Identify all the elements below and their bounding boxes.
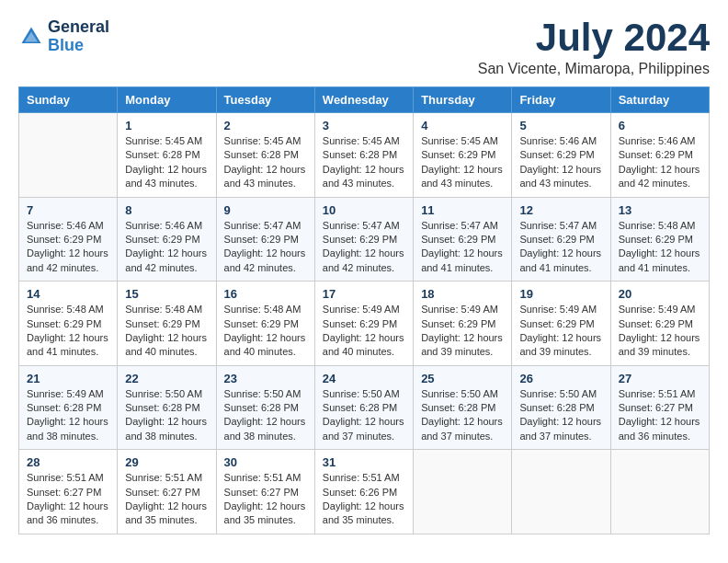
day-detail: Sunrise: 5:50 AM Sunset: 6:28 PM Dayligh… bbox=[421, 387, 504, 444]
day-detail: Sunrise: 5:47 AM Sunset: 6:29 PM Dayligh… bbox=[323, 219, 405, 276]
day-number: 24 bbox=[323, 372, 405, 385]
day-detail: Sunrise: 5:49 AM Sunset: 6:29 PM Dayligh… bbox=[323, 303, 405, 360]
calendar-cell bbox=[610, 450, 709, 534]
calendar-week-row: 28Sunrise: 5:51 AM Sunset: 6:27 PM Dayli… bbox=[19, 450, 710, 534]
calendar-cell: 2Sunrise: 5:45 AM Sunset: 6:28 PM Daylig… bbox=[216, 113, 314, 198]
calendar-week-row: 1Sunrise: 5:45 AM Sunset: 6:28 PM Daylig… bbox=[19, 113, 710, 198]
calendar-cell: 10Sunrise: 5:47 AM Sunset: 6:29 PM Dayli… bbox=[314, 197, 413, 282]
day-number: 23 bbox=[224, 372, 307, 385]
day-detail: Sunrise: 5:46 AM Sunset: 6:29 PM Dayligh… bbox=[519, 134, 602, 191]
calendar-cell: 7Sunrise: 5:46 AM Sunset: 6:29 PM Daylig… bbox=[19, 197, 118, 282]
day-header-wednesday: Wednesday bbox=[314, 87, 413, 113]
calendar-cell bbox=[19, 113, 118, 198]
day-detail: Sunrise: 5:50 AM Sunset: 6:28 PM Dayligh… bbox=[224, 387, 307, 444]
day-header-tuesday: Tuesday bbox=[216, 87, 314, 113]
calendar-cell bbox=[414, 450, 512, 534]
calendar-cell: 1Sunrise: 5:45 AM Sunset: 6:28 PM Daylig… bbox=[118, 113, 216, 198]
day-number: 13 bbox=[619, 203, 701, 217]
calendar-cell: 12Sunrise: 5:47 AM Sunset: 6:29 PM Dayli… bbox=[512, 197, 610, 282]
calendar-week-row: 14Sunrise: 5:48 AM Sunset: 6:29 PM Dayli… bbox=[19, 282, 710, 366]
calendar-cell: 13Sunrise: 5:48 AM Sunset: 6:29 PM Dayli… bbox=[610, 197, 709, 282]
calendar-cell: 5Sunrise: 5:46 AM Sunset: 6:29 PM Daylig… bbox=[512, 113, 610, 198]
day-detail: Sunrise: 5:49 AM Sunset: 6:28 PM Dayligh… bbox=[27, 387, 109, 444]
calendar-cell: 11Sunrise: 5:47 AM Sunset: 6:29 PM Dayli… bbox=[414, 197, 512, 282]
day-number: 16 bbox=[224, 287, 307, 301]
day-number: 26 bbox=[519, 372, 602, 385]
day-number: 20 bbox=[619, 287, 701, 301]
calendar-cell: 29Sunrise: 5:51 AM Sunset: 6:27 PM Dayli… bbox=[118, 450, 216, 534]
day-detail: Sunrise: 5:49 AM Sunset: 6:29 PM Dayligh… bbox=[619, 303, 701, 360]
day-detail: Sunrise: 5:47 AM Sunset: 6:29 PM Dayligh… bbox=[519, 219, 602, 276]
calendar-cell: 26Sunrise: 5:50 AM Sunset: 6:28 PM Dayli… bbox=[512, 365, 610, 450]
day-detail: Sunrise: 5:45 AM Sunset: 6:28 PM Dayligh… bbox=[323, 134, 405, 191]
day-number: 28 bbox=[27, 455, 109, 469]
day-number: 2 bbox=[224, 119, 307, 132]
day-header-saturday: Saturday bbox=[610, 87, 709, 113]
day-detail: Sunrise: 5:48 AM Sunset: 6:29 PM Dayligh… bbox=[27, 303, 109, 360]
day-number: 6 bbox=[619, 119, 701, 132]
day-number: 17 bbox=[323, 287, 405, 301]
day-number: 4 bbox=[421, 119, 504, 132]
day-detail: Sunrise: 5:46 AM Sunset: 6:29 PM Dayligh… bbox=[27, 219, 109, 276]
day-detail: Sunrise: 5:45 AM Sunset: 6:29 PM Dayligh… bbox=[421, 134, 504, 191]
calendar-cell: 15Sunrise: 5:48 AM Sunset: 6:29 PM Dayli… bbox=[118, 282, 216, 366]
day-detail: Sunrise: 5:45 AM Sunset: 6:28 PM Dayligh… bbox=[125, 134, 208, 191]
day-number: 22 bbox=[125, 372, 208, 385]
day-detail: Sunrise: 5:47 AM Sunset: 6:29 PM Dayligh… bbox=[421, 219, 504, 276]
day-number: 30 bbox=[224, 455, 307, 469]
day-detail: Sunrise: 5:51 AM Sunset: 6:26 PM Dayligh… bbox=[323, 471, 405, 528]
day-header-monday: Monday bbox=[118, 87, 216, 113]
calendar-cell: 6Sunrise: 5:46 AM Sunset: 6:29 PM Daylig… bbox=[610, 113, 709, 198]
logo: General Blue bbox=[18, 18, 109, 55]
calendar-cell: 4Sunrise: 5:45 AM Sunset: 6:29 PM Daylig… bbox=[414, 113, 512, 198]
day-number: 31 bbox=[323, 455, 405, 469]
day-number: 5 bbox=[519, 119, 602, 132]
calendar-cell: 22Sunrise: 5:50 AM Sunset: 6:28 PM Dayli… bbox=[118, 365, 216, 450]
calendar-cell: 14Sunrise: 5:48 AM Sunset: 6:29 PM Dayli… bbox=[19, 282, 118, 366]
day-detail: Sunrise: 5:50 AM Sunset: 6:28 PM Dayligh… bbox=[125, 387, 208, 444]
calendar-cell: 9Sunrise: 5:47 AM Sunset: 6:29 PM Daylig… bbox=[216, 197, 314, 282]
day-number: 15 bbox=[125, 287, 208, 301]
day-number: 10 bbox=[323, 203, 405, 217]
day-number: 1 bbox=[125, 119, 208, 132]
day-detail: Sunrise: 5:49 AM Sunset: 6:29 PM Dayligh… bbox=[421, 303, 504, 360]
calendar-cell bbox=[512, 450, 610, 534]
logo-text: General Blue bbox=[48, 18, 109, 55]
day-detail: Sunrise: 5:51 AM Sunset: 6:27 PM Dayligh… bbox=[224, 471, 307, 528]
day-number: 7 bbox=[27, 203, 109, 217]
day-detail: Sunrise: 5:48 AM Sunset: 6:29 PM Dayligh… bbox=[125, 303, 208, 360]
day-detail: Sunrise: 5:48 AM Sunset: 6:29 PM Dayligh… bbox=[619, 219, 701, 276]
calendar-cell: 17Sunrise: 5:49 AM Sunset: 6:29 PM Dayli… bbox=[314, 282, 413, 366]
day-header-friday: Friday bbox=[512, 87, 610, 113]
header: General Blue July 2024 San Vicente, Mima… bbox=[18, 18, 710, 77]
calendar-cell: 3Sunrise: 5:45 AM Sunset: 6:28 PM Daylig… bbox=[314, 113, 413, 198]
calendar-cell: 19Sunrise: 5:49 AM Sunset: 6:29 PM Dayli… bbox=[512, 282, 610, 366]
calendar-cell: 21Sunrise: 5:49 AM Sunset: 6:28 PM Dayli… bbox=[19, 365, 118, 450]
calendar-cell: 27Sunrise: 5:51 AM Sunset: 6:27 PM Dayli… bbox=[610, 365, 709, 450]
calendar-week-row: 21Sunrise: 5:49 AM Sunset: 6:28 PM Dayli… bbox=[19, 365, 710, 450]
calendar-cell: 16Sunrise: 5:48 AM Sunset: 6:29 PM Dayli… bbox=[216, 282, 314, 366]
calendar-cell: 28Sunrise: 5:51 AM Sunset: 6:27 PM Dayli… bbox=[19, 450, 118, 534]
logo-general-text: General bbox=[48, 18, 109, 37]
day-number: 9 bbox=[224, 203, 307, 217]
day-number: 21 bbox=[27, 372, 109, 385]
calendar-cell: 24Sunrise: 5:50 AM Sunset: 6:28 PM Dayli… bbox=[314, 365, 413, 450]
day-detail: Sunrise: 5:48 AM Sunset: 6:29 PM Dayligh… bbox=[224, 303, 307, 360]
day-detail: Sunrise: 5:49 AM Sunset: 6:29 PM Dayligh… bbox=[519, 303, 602, 360]
day-detail: Sunrise: 5:51 AM Sunset: 6:27 PM Dayligh… bbox=[27, 471, 109, 528]
day-number: 11 bbox=[421, 203, 504, 217]
day-detail: Sunrise: 5:46 AM Sunset: 6:29 PM Dayligh… bbox=[125, 219, 208, 276]
day-detail: Sunrise: 5:51 AM Sunset: 6:27 PM Dayligh… bbox=[619, 387, 701, 444]
day-number: 8 bbox=[125, 203, 208, 217]
logo-blue-text: Blue bbox=[48, 37, 109, 55]
day-detail: Sunrise: 5:47 AM Sunset: 6:29 PM Dayligh… bbox=[224, 219, 307, 276]
subtitle: San Vicente, Mimaropa, Philippines bbox=[478, 61, 710, 77]
calendar-cell: 18Sunrise: 5:49 AM Sunset: 6:29 PM Dayli… bbox=[414, 282, 512, 366]
day-detail: Sunrise: 5:46 AM Sunset: 6:29 PM Dayligh… bbox=[619, 134, 701, 191]
calendar-cell: 8Sunrise: 5:46 AM Sunset: 6:29 PM Daylig… bbox=[118, 197, 216, 282]
title-section: July 2024 San Vicente, Mimaropa, Philipp… bbox=[478, 18, 710, 77]
calendar-cell: 31Sunrise: 5:51 AM Sunset: 6:26 PM Dayli… bbox=[314, 450, 413, 534]
day-detail: Sunrise: 5:50 AM Sunset: 6:28 PM Dayligh… bbox=[519, 387, 602, 444]
day-number: 18 bbox=[421, 287, 504, 301]
calendar-cell: 20Sunrise: 5:49 AM Sunset: 6:29 PM Dayli… bbox=[610, 282, 709, 366]
